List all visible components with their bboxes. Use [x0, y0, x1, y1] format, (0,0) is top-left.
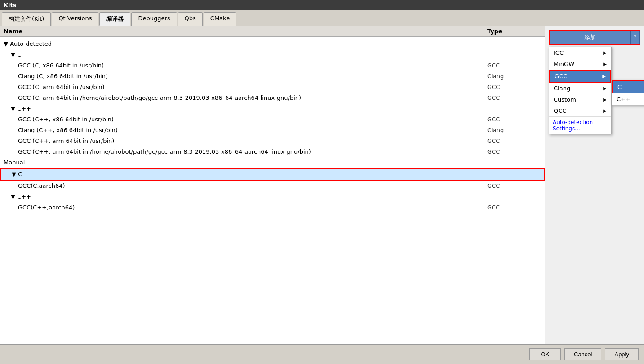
- group-manual-cpp-label: ▼ C++: [11, 192, 541, 201]
- tree-row[interactable]: Clang (C, x86 64bit in /usr/bin) Clang: [0, 71, 545, 82]
- item-type: GCC: [487, 147, 541, 156]
- add-button-container: 添加 ▾: [549, 30, 640, 45]
- title-bar: Kits: [0, 0, 644, 10]
- item-type: Clang: [487, 126, 541, 135]
- dropdown-item-clang[interactable]: Clang ▶: [549, 83, 611, 94]
- dropdown-item-qcc[interactable]: QCC ▶: [549, 105, 611, 116]
- tree-row[interactable]: GCC (C, arm 64bit in /usr/bin) GCC: [0, 82, 545, 93]
- item-type: GCC: [487, 115, 541, 124]
- dropdown-item-qcc-label: QCC: [554, 107, 566, 114]
- tab-qt-versions[interactable]: Qt Versions: [52, 12, 98, 26]
- item-label: Clang (C++, x86 64bit in /usr/bin): [18, 126, 487, 135]
- col-type-header: Type: [487, 28, 541, 35]
- window-title: Kits: [4, 2, 16, 9]
- tree-row[interactable]: GCC(C,aarch64) GCC: [0, 181, 545, 191]
- mingw-submenu-arrow: ▶: [603, 62, 607, 67]
- group-cpp-label: ▼ C++: [11, 104, 541, 113]
- dropdown-item-icc[interactable]: ICC ▶: [549, 47, 611, 58]
- tree-row[interactable]: Clang (C++, x86 64bit in /usr/bin) Clang: [0, 125, 545, 136]
- ok-button[interactable]: OK: [529, 348, 561, 360]
- tree-row[interactable]: GCC (C, arm 64bit in /home/airobot/path/…: [0, 93, 545, 103]
- col-name-header: Name: [4, 28, 487, 35]
- add-button[interactable]: 添加: [550, 31, 631, 44]
- right-panel: 添加 ▾ ICC ▶ MinGW ▶ GCC ▶ Clang: [545, 26, 644, 344]
- cancel-button[interactable]: Cancel: [564, 348, 601, 360]
- dropdown-item-gcc[interactable]: GCC ▶: [549, 70, 611, 83]
- group-manual-label: Manual: [4, 158, 541, 167]
- group-manual[interactable]: Manual: [0, 157, 545, 168]
- item-type: GCC: [487, 93, 541, 102]
- tree-row[interactable]: GCC (C, x86 64bit in /usr/bin) GCC: [0, 60, 545, 71]
- item-label: GCC (C++, arm 64bit in /home/airobot/pat…: [18, 147, 487, 156]
- group-manual-c-label: ▼ C: [12, 170, 540, 179]
- tree-row[interactable]: GCC (C++, x86 64bit in /usr/bin) GCC: [0, 114, 545, 125]
- item-label: Clang (C, x86 64bit in /usr/bin): [18, 72, 487, 81]
- tree-row[interactable]: GCC(C++,aarch64) GCC: [0, 202, 545, 213]
- item-type: Clang: [487, 72, 541, 81]
- item-label: GCC(C++,aarch64): [18, 203, 487, 212]
- item-type: GCC: [487, 83, 541, 92]
- apply-button[interactable]: Apply: [605, 348, 639, 360]
- item-label: GCC (C, arm 64bit in /home/airobot/path/…: [18, 93, 487, 102]
- dropdown-item-mingw[interactable]: MinGW ▶: [549, 58, 611, 70]
- tab-cmake[interactable]: CMake: [204, 12, 236, 26]
- main-window: Kits 构建套件(Kit) Qt Versions 编译器 Debuggers…: [0, 0, 644, 364]
- submenu-item-c[interactable]: C: [612, 80, 644, 93]
- dropdown-item-gcc-label: GCC: [555, 73, 567, 80]
- dropdown-item-custom[interactable]: Custom ▶: [549, 94, 611, 105]
- clang-submenu-arrow: ▶: [603, 86, 607, 91]
- item-label: GCC (C, x86 64bit in /usr/bin): [18, 61, 487, 70]
- left-panel: Name Type ▼ Auto-detected ▼ C GCC (C, x8…: [0, 26, 545, 344]
- item-label: GCC(C,aarch64): [18, 182, 487, 191]
- item-type: GCC: [487, 61, 541, 70]
- qcc-submenu-arrow: ▶: [603, 108, 607, 113]
- gcc-submenu: C C++: [612, 80, 644, 105]
- custom-submenu-arrow: ▶: [603, 97, 607, 102]
- item-label: GCC (C++, x86 64bit in /usr/bin): [18, 115, 487, 124]
- dropdown-item-icc-label: ICC: [554, 49, 564, 56]
- group-c-label: ▼ C: [11, 50, 541, 59]
- dropdown-item-clang-label: Clang: [554, 85, 570, 92]
- bottom-bar: OK Cancel Apply: [0, 344, 644, 364]
- tab-qbs[interactable]: Qbs: [178, 12, 203, 26]
- tab-compilers[interactable]: 编译器: [99, 12, 130, 26]
- group-cpp-autodetected[interactable]: ▼ C++: [0, 103, 545, 114]
- tree-row[interactable]: GCC (C++, arm 64bit in /usr/bin) GCC: [0, 136, 545, 146]
- main-content: Name Type ▼ Auto-detected ▼ C GCC (C, x8…: [0, 26, 644, 344]
- table-header: Name Type: [0, 26, 545, 37]
- group-manual-cpp[interactable]: ▼ C++: [0, 191, 545, 202]
- tab-debuggers[interactable]: Debuggers: [131, 12, 177, 26]
- tab-bar: 构建套件(Kit) Qt Versions 编译器 Debuggers Qbs …: [0, 10, 644, 26]
- tree-row[interactable]: GCC (C++, arm 64bit in /home/airobot/pat…: [0, 146, 545, 157]
- group-auto-detected[interactable]: ▼ Auto-detected: [0, 39, 545, 49]
- add-button-dropdown-arrow[interactable]: ▾: [631, 31, 640, 44]
- group-c-autodetected[interactable]: ▼ C: [0, 49, 545, 60]
- item-label: GCC (C, arm 64bit in /usr/bin): [18, 83, 487, 92]
- add-dropdown-menu: ICC ▶ MinGW ▶ GCC ▶ Clang ▶ Custom ▶: [549, 47, 612, 134]
- tab-kits[interactable]: 构建套件(Kit): [2, 12, 51, 26]
- group-manual-c[interactable]: ▼ C: [0, 168, 545, 181]
- auto-detection-settings[interactable]: Auto-detection Settings...: [549, 116, 611, 134]
- tree-area: ▼ Auto-detected ▼ C GCC (C, x86 64bit in…: [0, 37, 545, 344]
- gcc-submenu-arrow: ▶: [602, 74, 606, 79]
- icc-submenu-arrow: ▶: [603, 50, 607, 55]
- item-type: GCC: [487, 203, 541, 212]
- group-auto-detected-label: ▼ Auto-detected: [4, 40, 541, 49]
- item-type: GCC: [487, 182, 541, 191]
- dropdown-item-mingw-label: MinGW: [554, 61, 574, 67]
- item-label: GCC (C++, arm 64bit in /usr/bin): [18, 137, 487, 146]
- dropdown-item-custom-label: Custom: [554, 96, 576, 103]
- submenu-item-cpp[interactable]: C++: [612, 93, 644, 105]
- item-type: GCC: [487, 137, 541, 146]
